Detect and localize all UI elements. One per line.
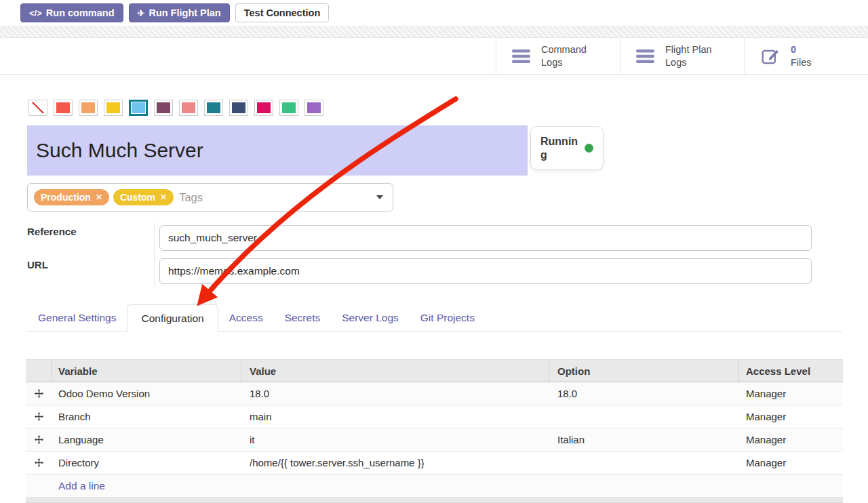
url-label: URL — [27, 259, 48, 270]
color-swatch-teal[interactable] — [204, 100, 223, 116]
table-row[interactable]: Odoo Demo Version 18.0 18.0 Manager — [26, 382, 843, 405]
color-swatch-green[interactable] — [279, 100, 298, 116]
add-a-line-link[interactable]: Add a line — [26, 480, 105, 492]
tag-pill: Custom ✕ — [113, 189, 174, 205]
stat-line1: Flight Plan — [665, 43, 712, 56]
stat-line1: Command — [541, 43, 587, 56]
table-row[interactable]: Language it Italian Manager — [26, 428, 843, 451]
color-swatch-red[interactable] — [54, 100, 73, 116]
cell-access-level[interactable]: Manager — [739, 405, 843, 428]
color-swatch-raspberry[interactable] — [254, 100, 273, 116]
tab-configuration[interactable]: Configuration — [127, 304, 218, 331]
tab-secrets[interactable]: Secrets — [274, 304, 332, 331]
stat-line2: Logs — [665, 56, 712, 68]
tag-label: Production — [41, 192, 91, 203]
edit-icon — [760, 46, 781, 66]
tags-placeholder: Tags — [179, 191, 203, 204]
record-title-field[interactable]: Such Much Server — [27, 125, 528, 176]
flight-plan-logs-stat-button[interactable]: Flight Plan Logs — [620, 38, 744, 74]
run-flight-plan-button[interactable]: ✈ Run Flight Plan — [129, 3, 230, 22]
stat-line2: Files — [791, 56, 812, 68]
field-column-divider — [154, 222, 155, 288]
table-header-row: Variable Value Option Access Level — [26, 359, 843, 382]
code-icon: </> — [29, 8, 42, 18]
cell-value[interactable]: /home/{{ tower.server.ssh_username }} — [241, 451, 549, 474]
command-logs-stat-button[interactable]: Command Logs — [496, 38, 620, 74]
color-swatch-no-color[interactable] — [28, 100, 47, 116]
table-row[interactable]: Directory /home/{{ tower.server.ssh_user… — [26, 451, 843, 475]
cell-option[interactable]: Italian — [549, 428, 739, 451]
test-connection-label: Test Connection — [244, 7, 321, 18]
column-header-access-level: Access Level — [739, 360, 843, 382]
drag-handle-icon[interactable] — [34, 435, 44, 445]
column-header-variable: Variable — [52, 360, 241, 382]
color-swatch-light-blue[interactable] — [129, 100, 148, 116]
table-body: Odoo Demo Version 18.0 18.0 Manager Bran… — [26, 382, 843, 498]
drag-handle-icon[interactable] — [34, 458, 44, 468]
handle-column-header — [26, 360, 52, 382]
cell-variable[interactable]: Directory — [52, 451, 241, 474]
drag-handle-icon[interactable] — [34, 388, 44, 399]
column-header-value: Value — [241, 360, 549, 382]
tab-server-logs[interactable]: Server Logs — [331, 304, 410, 331]
status-ribbon: Running — [530, 126, 604, 170]
tag-label: Custom — [120, 192, 155, 203]
reference-input[interactable] — [159, 225, 812, 251]
tab-access[interactable]: Access — [218, 304, 274, 331]
status-dot-icon — [585, 144, 593, 153]
color-swatch-dark-purple[interactable] — [154, 100, 173, 116]
url-input[interactable] — [159, 258, 812, 284]
cell-access-level[interactable]: Manager — [739, 428, 843, 451]
table-footer-bar — [26, 498, 843, 503]
reference-label: Reference — [27, 226, 77, 237]
table-row[interactable]: Branch main Manager — [26, 405, 843, 428]
tab-git-projects[interactable]: Git Projects — [410, 304, 486, 331]
test-connection-button[interactable]: Test Connection — [235, 3, 330, 22]
color-swatch-dark-blue[interactable] — [229, 100, 248, 116]
texture-divider — [0, 26, 868, 38]
page-title: Such Much Server — [36, 139, 203, 162]
color-swatch-orange[interactable] — [79, 100, 98, 116]
run-command-label: Run command — [46, 7, 115, 18]
cell-option[interactable] — [549, 451, 739, 474]
list-icon — [511, 48, 532, 64]
cell-variable[interactable]: Branch — [52, 405, 241, 428]
cell-option[interactable]: 18.0 — [549, 382, 739, 405]
color-swatch-purple[interactable] — [304, 100, 323, 116]
add-line-row: Add a line — [26, 475, 843, 498]
color-palette — [28, 100, 323, 116]
tab-general-settings[interactable]: General Settings — [27, 304, 127, 331]
cell-variable[interactable]: Odoo Demo Version — [52, 382, 241, 405]
plane-icon: ✈ — [138, 8, 145, 18]
drag-handle-icon[interactable] — [34, 411, 44, 422]
cell-value[interactable]: main — [241, 405, 549, 428]
app-window: </> Run command ✈ Run Flight Plan Test C… — [0, 0, 868, 503]
list-icon — [635, 48, 656, 64]
cell-variable[interactable]: Language — [52, 428, 241, 451]
tag-remove-icon[interactable]: ✕ — [96, 193, 102, 202]
tags-input[interactable]: Production ✕ Custom ✕ Tags — [27, 183, 393, 212]
cell-value[interactable]: it — [241, 428, 549, 451]
form-header: Command Logs Flight Plan Logs 0 Files — [0, 38, 868, 75]
run-command-button[interactable]: </> Run command — [20, 3, 123, 22]
chevron-down-icon[interactable] — [376, 195, 383, 199]
files-stat-button[interactable]: 0 Files — [744, 38, 868, 74]
files-count: 0 — [791, 43, 812, 56]
color-swatch-salmon-pink[interactable] — [179, 100, 198, 116]
cell-value[interactable]: 18.0 — [241, 382, 549, 405]
cell-access-level[interactable]: Manager — [739, 451, 843, 474]
cell-option[interactable] — [549, 405, 739, 428]
color-swatch-yellow[interactable] — [104, 100, 123, 116]
tag-pill: Production ✕ — [34, 189, 109, 205]
top-action-bar: </> Run command ✈ Run Flight Plan Test C… — [20, 3, 329, 22]
stat-line2: Logs — [541, 56, 587, 68]
configuration-table: Variable Value Option Access Level Odoo … — [26, 359, 843, 503]
run-flight-plan-label: Run Flight Plan — [149, 7, 220, 18]
status-label: Running — [540, 135, 580, 162]
tag-pills: Production ✕ Custom ✕ — [34, 189, 174, 205]
tag-remove-icon[interactable]: ✕ — [160, 193, 167, 202]
column-header-option: Option — [549, 360, 739, 382]
notebook-tabs: General SettingsConfigurationAccessSecre… — [27, 304, 842, 331]
cell-access-level[interactable]: Manager — [739, 382, 843, 405]
